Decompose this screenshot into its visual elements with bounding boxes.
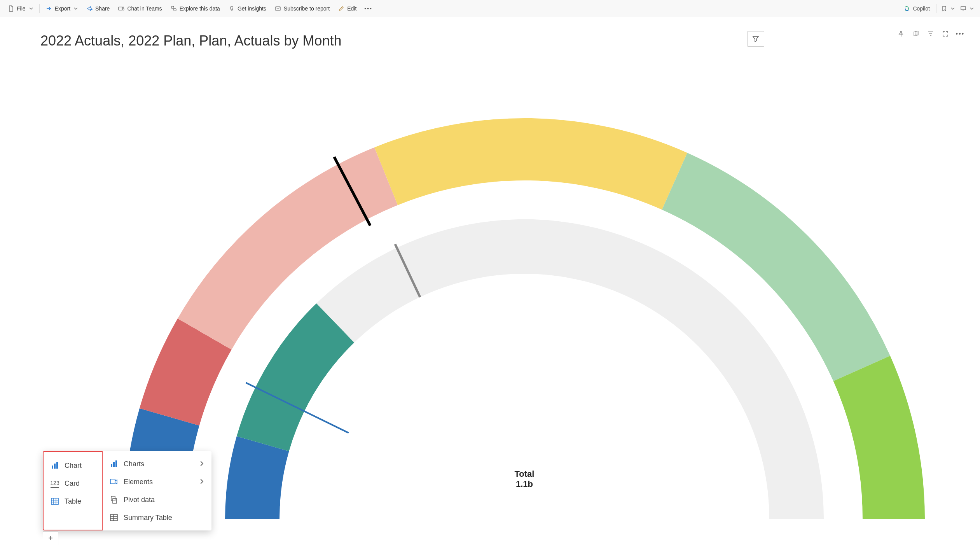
visual-type-card-label: Card (65, 480, 80, 488)
visual-type-chart-label: Chart (65, 462, 82, 470)
submenu-summary-label: Summary Table (124, 514, 172, 522)
monitor-icon (960, 5, 966, 12)
subscribe-icon (275, 5, 281, 12)
file-icon (8, 5, 14, 12)
svg-rect-21 (110, 514, 117, 521)
visual-type-table-label: Table (65, 497, 81, 506)
svg-rect-16 (113, 462, 115, 467)
submenu-charts[interactable]: Charts (103, 455, 211, 473)
command-bar-right: Copilot (900, 3, 976, 14)
pencil-icon (338, 5, 344, 12)
add-visual-button[interactable]: + (43, 531, 58, 545)
focus-mode-button[interactable] (940, 28, 951, 40)
visual-type-list: Chart 123 Card Table (43, 451, 103, 530)
summary-table-icon (110, 513, 118, 522)
svg-rect-14 (51, 498, 58, 504)
view-mode-button[interactable] (958, 3, 976, 14)
elements-icon (110, 478, 118, 486)
chevron-right-icon (199, 460, 204, 468)
bulb-icon (229, 5, 235, 12)
filter-applied-button[interactable] (925, 28, 936, 40)
share-label: Share (95, 5, 110, 12)
visual-header-toolbar: ••• (895, 28, 966, 40)
export-menu[interactable]: Export (42, 3, 82, 14)
overflow-button[interactable]: ••• (361, 3, 376, 14)
svg-rect-17 (115, 460, 117, 467)
copilot-icon (904, 5, 910, 12)
chart-submenu: Charts Elements Pivot data (103, 451, 211, 530)
submenu-elements-label: Elements (124, 478, 153, 486)
visual-type-chart[interactable]: Chart (44, 457, 102, 474)
share-icon (86, 5, 93, 12)
visual-type-card[interactable]: 123 Card (44, 474, 102, 492)
subscribe-button[interactable]: Subscribe to report (271, 3, 334, 14)
bar-chart-icon (51, 461, 59, 470)
separator (39, 4, 40, 13)
svg-rect-13 (56, 462, 58, 469)
svg-rect-15 (111, 464, 112, 467)
share-button[interactable]: Share (82, 3, 114, 14)
command-bar: File Export Share Chat in Teams Explore … (0, 0, 980, 17)
chevron-down-icon (951, 5, 955, 12)
visual-type-table[interactable]: Table (44, 492, 102, 510)
svg-point-3 (173, 8, 176, 10)
submenu-pivot[interactable]: Pivot data (103, 491, 211, 509)
edit-label: Edit (347, 5, 356, 12)
bookmark-button[interactable] (939, 3, 957, 14)
file-label: File (17, 5, 26, 12)
subscribe-label: Subscribe to report (284, 5, 330, 12)
pivot-icon (110, 495, 118, 504)
submenu-pivot-label: Pivot data (124, 496, 155, 504)
submenu-summary[interactable]: Summary Table (103, 509, 211, 527)
chevron-right-icon (199, 478, 204, 486)
separator (936, 4, 936, 13)
teams-icon (118, 5, 124, 12)
explore-icon (171, 5, 177, 12)
export-label: Export (55, 5, 70, 12)
report-canvas: 2022 Actuals, 2022 Plan, Plan, Actuals b… (0, 17, 980, 546)
svg-rect-0 (119, 7, 122, 10)
bar-chart-icon (110, 460, 118, 468)
gauge-chart[interactable]: Total 1.1b (97, 79, 952, 538)
svg-rect-12 (54, 464, 56, 469)
copy-button[interactable] (910, 28, 922, 40)
chat-teams-button[interactable]: Chat in Teams (114, 3, 166, 14)
more-options-button[interactable]: ••• (954, 28, 966, 40)
chevron-down-icon (970, 5, 974, 12)
explore-label: Explore this data (180, 5, 220, 12)
add-visual-menu: Chart 123 Card Table Charts (43, 451, 211, 530)
table-icon (51, 497, 59, 506)
edit-button[interactable]: Edit (334, 3, 360, 14)
filter-button[interactable] (747, 31, 764, 47)
submenu-charts-label: Charts (124, 460, 144, 468)
gauge-total-value: 1.1b (515, 479, 533, 489)
plus-icon: + (48, 534, 53, 543)
report-title: 2022 Actuals, 2022 Plan, Plan, Actuals b… (40, 33, 342, 49)
ellipsis-icon: ••• (364, 5, 372, 12)
card-icon: 123 (51, 479, 59, 488)
submenu-elements[interactable]: Elements (103, 473, 211, 491)
gauge-total-label: Total (514, 469, 534, 479)
copilot-button[interactable]: Copilot (900, 3, 934, 14)
pin-button[interactable] (895, 28, 907, 40)
svg-point-1 (122, 7, 124, 8)
svg-rect-11 (52, 466, 53, 469)
svg-point-2 (171, 6, 173, 8)
insights-button[interactable]: Get insights (225, 3, 270, 14)
bookmark-icon (941, 5, 947, 12)
chevron-down-icon (29, 5, 33, 12)
svg-rect-5 (961, 7, 966, 10)
chevron-down-icon (74, 5, 78, 12)
ellipsis-icon: ••• (956, 30, 965, 37)
file-menu[interactable]: File (4, 3, 37, 14)
explore-button[interactable]: Explore this data (167, 3, 224, 14)
copilot-label: Copilot (913, 5, 930, 12)
export-icon (46, 5, 52, 12)
insights-label: Get insights (238, 5, 266, 12)
svg-rect-18 (110, 479, 115, 484)
chat-teams-label: Chat in Teams (127, 5, 162, 12)
svg-rect-4 (276, 7, 280, 10)
